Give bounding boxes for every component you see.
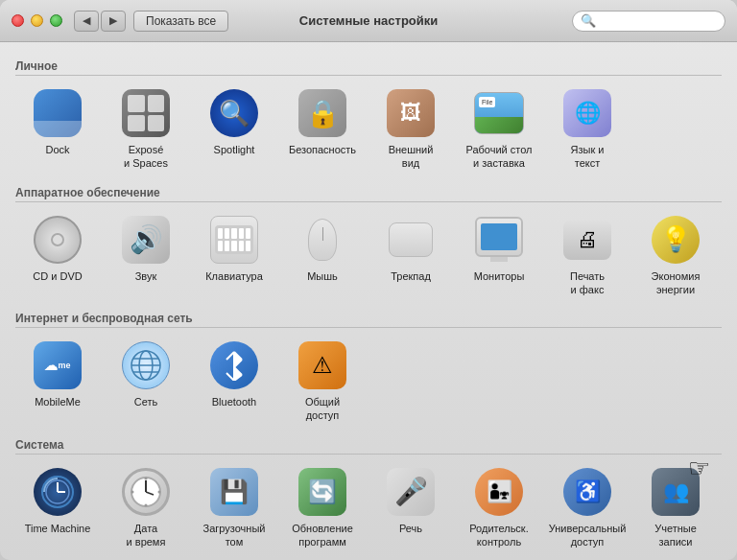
- traffic-lights: [12, 14, 62, 27]
- dock-label: Dock: [45, 143, 69, 156]
- dock-icon-img: [32, 87, 83, 139]
- system-preferences-window: ◀ ▶ Показать все Системные настройки 🔍 Л…: [0, 0, 737, 560]
- svg-point-21: [131, 490, 134, 493]
- section-header-internet: Интернет и беспроводная сеть: [15, 312, 722, 328]
- pref-mouse[interactable]: Мышь: [280, 208, 365, 303]
- update-icon: 🔄: [298, 468, 346, 516]
- timemachine-icon: [34, 468, 82, 516]
- pref-accounts[interactable]: 👥 Учетныезаписи: [633, 460, 718, 555]
- pref-expose[interactable]: Exposéи Spaces: [104, 82, 188, 176]
- spotlight-icon-img: 🔍: [208, 87, 260, 139]
- search-input[interactable]: [600, 14, 717, 28]
- universal-icon: ♿: [563, 468, 611, 516]
- pref-mobileme[interactable]: ☁me MobileMe: [15, 334, 100, 429]
- pref-dock[interactable]: Dock: [15, 82, 100, 176]
- pref-desktop[interactable]: File Рабочий столи заставка: [457, 82, 541, 176]
- sharing-icon-img: ⚠: [297, 339, 348, 391]
- content-area: Личное Dock Exposéи Spaces 🔍: [0, 42, 737, 560]
- pref-datetime[interactable]: Датаи время: [104, 460, 188, 555]
- pref-appearance[interactable]: 🖼 Внешнийвид: [368, 82, 453, 176]
- pref-keyboard[interactable]: Клавиатура: [192, 208, 276, 303]
- pref-language[interactable]: 🌐 Язык итекст: [545, 82, 630, 176]
- pref-energy[interactable]: 💡 Экономияэнергии: [633, 208, 718, 303]
- svg-point-22: [158, 490, 161, 493]
- network-label: Сеть: [134, 395, 157, 408]
- section-system-grid: Time Machine: [15, 460, 722, 555]
- language-icon-img: 🌐: [561, 87, 613, 139]
- sound-icon-img: 🔊: [120, 214, 172, 266]
- bluetooth-icon: [210, 341, 258, 389]
- pref-print[interactable]: 🖨 Печатьи факс: [545, 208, 630, 303]
- forward-button[interactable]: ▶: [101, 11, 126, 32]
- search-box[interactable]: 🔍: [572, 11, 725, 32]
- svg-point-19: [145, 477, 148, 479]
- mobileme-icon-img: ☁me: [32, 339, 83, 391]
- section-header-hardware: Аппаратное обеспечение: [15, 186, 722, 202]
- keyboard-icon-img: [208, 214, 260, 266]
- svg-point-20: [145, 503, 148, 506]
- pref-universal[interactable]: ♿ Универсальныйдоступ: [545, 460, 630, 555]
- section-hardware-grid: CD и DVD 🔊 Звук Клавиатура: [15, 208, 722, 303]
- bluetooth-icon-img: [208, 339, 260, 391]
- energy-icon-img: 💡: [650, 214, 701, 266]
- network-icon-img: [120, 339, 172, 391]
- close-button[interactable]: [12, 14, 24, 27]
- expose-icon: [122, 89, 170, 137]
- pref-sharing[interactable]: ⚠ Общийдоступ: [280, 334, 365, 429]
- parental-icon: 👨‍👧: [475, 468, 523, 516]
- pref-trackpad[interactable]: Трекпад: [368, 208, 453, 303]
- pref-cd[interactable]: CD и DVD: [15, 208, 100, 303]
- window-title: Системные настройки: [299, 13, 439, 28]
- appearance-icon: 🖼: [387, 89, 435, 137]
- update-icon-img: 🔄: [297, 466, 348, 518]
- energy-icon: 💡: [652, 216, 700, 264]
- pref-spotlight[interactable]: 🔍 Spotlight: [192, 82, 276, 176]
- maximize-button[interactable]: [50, 14, 62, 27]
- timemachine-label: Time Machine: [25, 522, 91, 535]
- cd-icon-img: [32, 214, 83, 266]
- pref-startup[interactable]: 💾 Загрузочныйтом: [192, 460, 276, 555]
- accounts-label: Учетныезаписи: [654, 522, 697, 549]
- sharing-label: Общийдоступ: [305, 395, 340, 423]
- datetime-label: Датаи время: [127, 522, 166, 549]
- pref-sound[interactable]: 🔊 Звук: [104, 208, 188, 303]
- energy-label: Экономияэнергии: [652, 269, 701, 297]
- back-button[interactable]: ◀: [74, 11, 99, 32]
- expose-label: Exposéи Spaces: [124, 143, 168, 171]
- pref-update[interactable]: 🔄 Обновлениепрограмм: [280, 460, 365, 555]
- language-label: Язык итекст: [571, 143, 605, 171]
- pref-speech[interactable]: 🎤 Речь: [368, 460, 453, 555]
- monitors-icon-img: [473, 214, 525, 266]
- mouse-label: Мышь: [307, 269, 338, 283]
- accounts-icon-img: 👥: [650, 466, 701, 518]
- pref-bluetooth[interactable]: Bluetooth: [192, 334, 276, 429]
- trackpad-icon-img: [385, 214, 437, 266]
- appearance-label: Внешнийвид: [389, 143, 434, 171]
- pref-network[interactable]: Сеть: [104, 334, 188, 429]
- speech-label: Речь: [399, 522, 422, 535]
- datetime-icon: [122, 468, 170, 516]
- keyboard-label: Клавиатура: [205, 269, 263, 283]
- pref-security[interactable]: 🔒 Безопасность: [280, 82, 365, 176]
- startup-icon-img: 💾: [208, 466, 260, 518]
- pref-monitors[interactable]: Мониторы: [457, 208, 541, 303]
- minimize-button[interactable]: [31, 14, 43, 27]
- network-icon: [122, 341, 170, 389]
- mouse-icon-img: [297, 214, 348, 266]
- nav-buttons: ◀ ▶: [74, 11, 126, 32]
- section-internet-grid: ☁me MobileMe Сеть: [15, 334, 722, 429]
- pref-timemachine[interactable]: Time Machine: [15, 460, 100, 555]
- speech-icon-img: 🎤: [385, 466, 437, 518]
- security-label: Безопасность: [289, 143, 356, 156]
- mouse-icon: [298, 216, 346, 264]
- security-icon-img: 🔒: [297, 87, 348, 139]
- dock-icon: [34, 89, 82, 137]
- section-personal-grid: Dock Exposéи Spaces 🔍 Spotlight: [15, 82, 722, 176]
- keyboard-icon: [210, 216, 258, 264]
- parental-icon-img: 👨‍👧: [473, 466, 525, 518]
- section-header-personal: Личное: [15, 59, 722, 76]
- pref-parental[interactable]: 👨‍👧 Родительск.контроль: [457, 460, 541, 555]
- show-all-button[interactable]: Показать все: [133, 11, 228, 32]
- sound-icon: 🔊: [122, 216, 170, 264]
- trackpad-icon: [387, 216, 435, 264]
